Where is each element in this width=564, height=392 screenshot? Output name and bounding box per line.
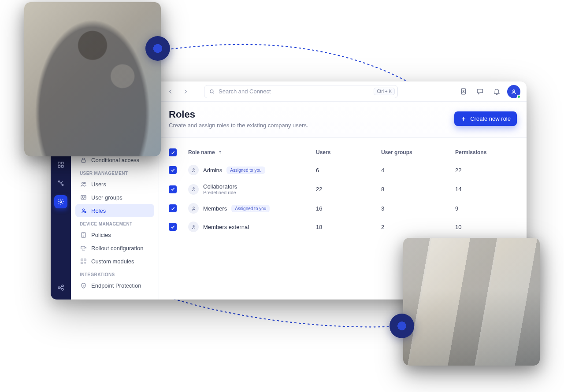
svg-point-15 [82,209,84,211]
roles-icon [80,207,87,214]
svg-rect-0 [58,162,60,164]
chat-button[interactable] [474,85,486,98]
user-groups-icon [80,194,87,201]
sidebar-item-label: Conditional access [91,157,139,163]
sort-asc-icon [218,150,223,155]
page-header: Roles Create and assign roles to the exi… [159,102,527,138]
nav-forward-button[interactable] [180,86,191,97]
search-shortcut: Ctrl + K [374,88,395,95]
role-name-label: Admins [203,167,222,174]
modules-icon [80,258,87,265]
col-users[interactable]: Users [316,149,378,155]
sidebar-item-rollout[interactable]: Rollout configuration [75,241,154,255]
row-checkbox[interactable] [169,204,177,212]
sidebar-section-user-management: USER MANAGEMENT [75,166,154,178]
svg-point-8 [62,285,63,287]
sidebar-item-users[interactable]: Users [75,178,154,191]
svg-point-29 [193,225,194,226]
cell-permissions: 14 [455,186,517,192]
svg-point-9 [62,288,63,290]
sidebar-item-label: Custom modules [91,258,134,265]
svg-point-26 [193,168,194,170]
cell-groups: 2 [381,224,452,230]
create-role-label: Create new role [470,115,511,122]
role-avatar-icon [188,184,199,195]
decorative-photo-office [403,238,540,366]
sidebar-item-label: Rollout configuration [91,245,144,251]
role-avatar-icon [188,165,199,175]
sidebar-item-endpoint-protection[interactable]: Endpoint Protection [75,279,154,292]
sidebar-item-custom-modules[interactable]: Custom modules [75,255,154,268]
svg-point-14 [82,196,83,198]
sidebar-item-policies[interactable]: Policies [75,228,154,241]
page-subtitle: Create and assign roles to the existing … [169,122,308,129]
cell-permissions: 22 [455,167,517,174]
svg-point-12 [84,182,85,183]
cell-users: 16 [316,205,378,212]
sidebar-item-label: Policies [91,232,111,238]
svg-point-11 [82,182,83,184]
col-user-groups[interactable]: User groups [381,149,452,155]
role-cell: AdminsAssigned to you [188,165,312,175]
rail-item-dashboard[interactable] [54,158,67,171]
svg-point-25 [513,89,515,91]
table-row[interactable]: CollaboratorsPredefined role22814 [169,179,517,199]
search-input[interactable]: Search and Connect Ctrl + K [204,85,398,98]
sidebar-item-user-groups[interactable]: User groups [75,191,154,204]
role-name-label: Members external [203,224,249,230]
sidebar-item-label: Endpoint Protection [91,282,141,289]
svg-point-27 [193,188,194,189]
cell-groups: 3 [381,205,452,212]
svg-rect-3 [61,165,63,167]
role-avatar-icon [188,222,199,232]
contacts-button[interactable] [457,85,469,98]
connector-node-icon [390,314,414,338]
topbar: Search and Connect Ctrl + K [159,81,527,102]
select-all-checkbox[interactable] [169,148,177,156]
create-role-button[interactable]: Create new role [454,111,517,126]
assigned-badge: Assigned to you [231,205,270,212]
plus-icon [460,116,467,122]
svg-rect-10 [82,159,85,162]
table-row[interactable]: MembersAssigned to you1639 [169,199,517,218]
row-checkbox[interactable] [169,185,177,193]
shield-icon [80,282,87,289]
role-avatar-icon [188,203,199,214]
table-row[interactable]: AdminsAssigned to you6422 [169,161,517,179]
col-permissions[interactable]: Permissions [455,149,517,155]
role-name-label: Members [203,205,227,212]
svg-rect-18 [81,246,85,249]
col-role-name[interactable]: Role name [188,149,312,155]
search-icon [209,89,215,95]
sidebar-item-label: Users [91,181,106,188]
sidebar-item-roles[interactable]: Roles [75,204,154,217]
sidebar-section-integrations: INTEGRATIONS [75,268,154,279]
cell-users: 22 [316,186,378,192]
role-cell: MembersAssigned to you [188,203,312,214]
avatar[interactable] [507,85,520,98]
row-checkbox[interactable] [169,223,177,231]
svg-rect-2 [58,165,60,167]
svg-point-28 [193,207,194,208]
rail-item-settings[interactable] [54,195,67,208]
svg-point-7 [58,287,60,288]
users-icon [80,181,87,188]
nav-back-button[interactable] [165,86,176,97]
rail-item-integrations[interactable] [54,281,67,294]
roles-table: Role name Users User groups Permissions … [159,138,527,242]
role-cell: CollaboratorsPredefined role [188,183,312,195]
cell-groups: 4 [381,167,452,174]
svg-point-6 [60,201,62,203]
rollout-icon [80,244,87,251]
policies-icon [80,231,87,238]
sidebar-item-label: User groups [91,194,122,201]
svg-rect-21 [81,262,82,263]
notifications-button[interactable] [490,85,503,98]
row-checkbox[interactable] [169,166,177,174]
page-title: Roles [169,109,308,120]
rail-item-connections[interactable] [54,177,67,190]
svg-rect-1 [61,162,63,164]
assigned-badge: Assigned to you [226,166,265,174]
table-row[interactable]: Members external18210 [169,218,517,236]
svg-point-4 [58,181,59,182]
